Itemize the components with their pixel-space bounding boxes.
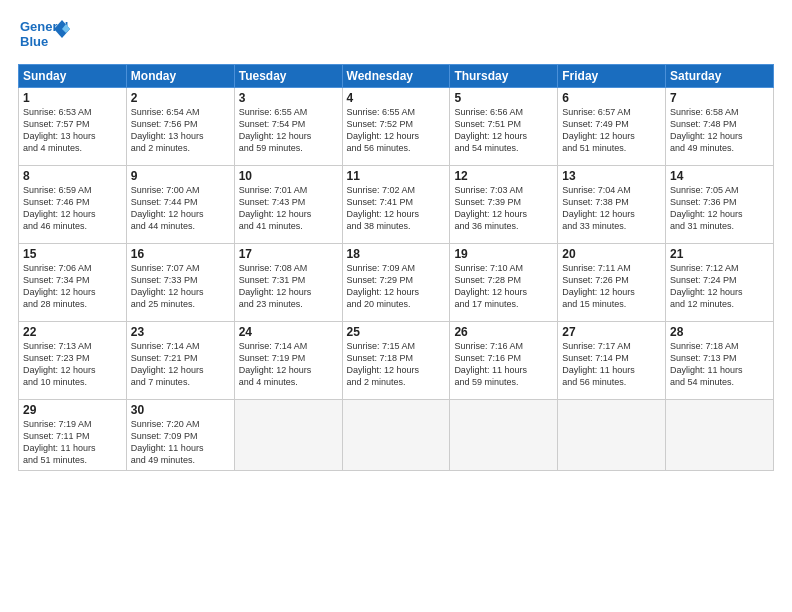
- header-saturday: Saturday: [666, 65, 774, 88]
- day-info: Sunrise: 6:54 AMSunset: 7:56 PMDaylight:…: [131, 106, 230, 155]
- day-cell: 6Sunrise: 6:57 AMSunset: 7:49 PMDaylight…: [558, 88, 666, 166]
- week-row-4: 22Sunrise: 7:13 AMSunset: 7:23 PMDayligh…: [19, 322, 774, 400]
- day-info: Sunrise: 7:06 AMSunset: 7:34 PMDaylight:…: [23, 262, 122, 311]
- day-number: 11: [347, 169, 446, 183]
- week-row-2: 8Sunrise: 6:59 AMSunset: 7:46 PMDaylight…: [19, 166, 774, 244]
- day-number: 19: [454, 247, 553, 261]
- day-cell: 13Sunrise: 7:04 AMSunset: 7:38 PMDayligh…: [558, 166, 666, 244]
- day-number: 26: [454, 325, 553, 339]
- day-cell: 21Sunrise: 7:12 AMSunset: 7:24 PMDayligh…: [666, 244, 774, 322]
- day-number: 13: [562, 169, 661, 183]
- day-info: Sunrise: 7:17 AMSunset: 7:14 PMDaylight:…: [562, 340, 661, 389]
- day-cell: [342, 400, 450, 471]
- day-info: Sunrise: 6:59 AMSunset: 7:46 PMDaylight:…: [23, 184, 122, 233]
- day-cell: 9Sunrise: 7:00 AMSunset: 7:44 PMDaylight…: [126, 166, 234, 244]
- day-cell: 11Sunrise: 7:02 AMSunset: 7:41 PMDayligh…: [342, 166, 450, 244]
- day-cell: 15Sunrise: 7:06 AMSunset: 7:34 PMDayligh…: [19, 244, 127, 322]
- day-info: Sunrise: 7:18 AMSunset: 7:13 PMDaylight:…: [670, 340, 769, 389]
- day-number: 2: [131, 91, 230, 105]
- day-number: 29: [23, 403, 122, 417]
- day-info: Sunrise: 6:58 AMSunset: 7:48 PMDaylight:…: [670, 106, 769, 155]
- day-info: Sunrise: 7:01 AMSunset: 7:43 PMDaylight:…: [239, 184, 338, 233]
- day-number: 23: [131, 325, 230, 339]
- day-number: 12: [454, 169, 553, 183]
- day-cell: 16Sunrise: 7:07 AMSunset: 7:33 PMDayligh…: [126, 244, 234, 322]
- day-cell: 7Sunrise: 6:58 AMSunset: 7:48 PMDaylight…: [666, 88, 774, 166]
- day-cell: 20Sunrise: 7:11 AMSunset: 7:26 PMDayligh…: [558, 244, 666, 322]
- day-cell: 4Sunrise: 6:55 AMSunset: 7:52 PMDaylight…: [342, 88, 450, 166]
- day-cell: 23Sunrise: 7:14 AMSunset: 7:21 PMDayligh…: [126, 322, 234, 400]
- day-cell: 14Sunrise: 7:05 AMSunset: 7:36 PMDayligh…: [666, 166, 774, 244]
- day-cell: 24Sunrise: 7:14 AMSunset: 7:19 PMDayligh…: [234, 322, 342, 400]
- day-info: Sunrise: 7:15 AMSunset: 7:18 PMDaylight:…: [347, 340, 446, 389]
- day-cell: 3Sunrise: 6:55 AMSunset: 7:54 PMDaylight…: [234, 88, 342, 166]
- day-cell: 12Sunrise: 7:03 AMSunset: 7:39 PMDayligh…: [450, 166, 558, 244]
- day-info: Sunrise: 6:56 AMSunset: 7:51 PMDaylight:…: [454, 106, 553, 155]
- day-number: 1: [23, 91, 122, 105]
- day-cell: 17Sunrise: 7:08 AMSunset: 7:31 PMDayligh…: [234, 244, 342, 322]
- day-info: Sunrise: 7:04 AMSunset: 7:38 PMDaylight:…: [562, 184, 661, 233]
- day-cell: 19Sunrise: 7:10 AMSunset: 7:28 PMDayligh…: [450, 244, 558, 322]
- day-number: 22: [23, 325, 122, 339]
- day-info: Sunrise: 7:12 AMSunset: 7:24 PMDaylight:…: [670, 262, 769, 311]
- day-cell: [666, 400, 774, 471]
- day-number: 20: [562, 247, 661, 261]
- day-cell: 18Sunrise: 7:09 AMSunset: 7:29 PMDayligh…: [342, 244, 450, 322]
- calendar-body: 1Sunrise: 6:53 AMSunset: 7:57 PMDaylight…: [19, 88, 774, 471]
- day-info: Sunrise: 7:16 AMSunset: 7:16 PMDaylight:…: [454, 340, 553, 389]
- day-number: 16: [131, 247, 230, 261]
- logo: General Blue: [18, 16, 70, 56]
- header-sunday: Sunday: [19, 65, 127, 88]
- svg-text:Blue: Blue: [20, 34, 48, 49]
- day-number: 4: [347, 91, 446, 105]
- day-cell: 26Sunrise: 7:16 AMSunset: 7:16 PMDayligh…: [450, 322, 558, 400]
- day-info: Sunrise: 7:13 AMSunset: 7:23 PMDaylight:…: [23, 340, 122, 389]
- day-info: Sunrise: 7:05 AMSunset: 7:36 PMDaylight:…: [670, 184, 769, 233]
- day-cell: 10Sunrise: 7:01 AMSunset: 7:43 PMDayligh…: [234, 166, 342, 244]
- calendar-header: SundayMondayTuesdayWednesdayThursdayFrid…: [19, 65, 774, 88]
- day-number: 3: [239, 91, 338, 105]
- day-number: 15: [23, 247, 122, 261]
- day-number: 30: [131, 403, 230, 417]
- logo-svg: General Blue: [18, 16, 70, 56]
- day-info: Sunrise: 7:07 AMSunset: 7:33 PMDaylight:…: [131, 262, 230, 311]
- day-info: Sunrise: 7:14 AMSunset: 7:21 PMDaylight:…: [131, 340, 230, 389]
- day-number: 5: [454, 91, 553, 105]
- day-cell: [558, 400, 666, 471]
- day-info: Sunrise: 7:02 AMSunset: 7:41 PMDaylight:…: [347, 184, 446, 233]
- calendar: SundayMondayTuesdayWednesdayThursdayFrid…: [18, 64, 774, 471]
- day-info: Sunrise: 7:08 AMSunset: 7:31 PMDaylight:…: [239, 262, 338, 311]
- day-cell: 30Sunrise: 7:20 AMSunset: 7:09 PMDayligh…: [126, 400, 234, 471]
- header-friday: Friday: [558, 65, 666, 88]
- day-info: Sunrise: 7:19 AMSunset: 7:11 PMDaylight:…: [23, 418, 122, 467]
- day-number: 10: [239, 169, 338, 183]
- day-info: Sunrise: 6:57 AMSunset: 7:49 PMDaylight:…: [562, 106, 661, 155]
- day-info: Sunrise: 7:20 AMSunset: 7:09 PMDaylight:…: [131, 418, 230, 467]
- day-cell: 25Sunrise: 7:15 AMSunset: 7:18 PMDayligh…: [342, 322, 450, 400]
- day-info: Sunrise: 7:11 AMSunset: 7:26 PMDaylight:…: [562, 262, 661, 311]
- day-number: 8: [23, 169, 122, 183]
- day-info: Sunrise: 7:10 AMSunset: 7:28 PMDaylight:…: [454, 262, 553, 311]
- day-number: 25: [347, 325, 446, 339]
- day-info: Sunrise: 6:55 AMSunset: 7:54 PMDaylight:…: [239, 106, 338, 155]
- day-number: 28: [670, 325, 769, 339]
- week-row-1: 1Sunrise: 6:53 AMSunset: 7:57 PMDaylight…: [19, 88, 774, 166]
- day-cell: 1Sunrise: 6:53 AMSunset: 7:57 PMDaylight…: [19, 88, 127, 166]
- day-cell: 8Sunrise: 6:59 AMSunset: 7:46 PMDaylight…: [19, 166, 127, 244]
- day-number: 27: [562, 325, 661, 339]
- day-cell: 2Sunrise: 6:54 AMSunset: 7:56 PMDaylight…: [126, 88, 234, 166]
- day-cell: 29Sunrise: 7:19 AMSunset: 7:11 PMDayligh…: [19, 400, 127, 471]
- day-info: Sunrise: 7:03 AMSunset: 7:39 PMDaylight:…: [454, 184, 553, 233]
- week-row-3: 15Sunrise: 7:06 AMSunset: 7:34 PMDayligh…: [19, 244, 774, 322]
- day-number: 9: [131, 169, 230, 183]
- day-info: Sunrise: 7:00 AMSunset: 7:44 PMDaylight:…: [131, 184, 230, 233]
- day-number: 17: [239, 247, 338, 261]
- day-number: 21: [670, 247, 769, 261]
- day-info: Sunrise: 6:55 AMSunset: 7:52 PMDaylight:…: [347, 106, 446, 155]
- day-info: Sunrise: 6:53 AMSunset: 7:57 PMDaylight:…: [23, 106, 122, 155]
- day-cell: 27Sunrise: 7:17 AMSunset: 7:14 PMDayligh…: [558, 322, 666, 400]
- header-monday: Monday: [126, 65, 234, 88]
- week-row-5: 29Sunrise: 7:19 AMSunset: 7:11 PMDayligh…: [19, 400, 774, 471]
- day-cell: [234, 400, 342, 471]
- day-cell: [450, 400, 558, 471]
